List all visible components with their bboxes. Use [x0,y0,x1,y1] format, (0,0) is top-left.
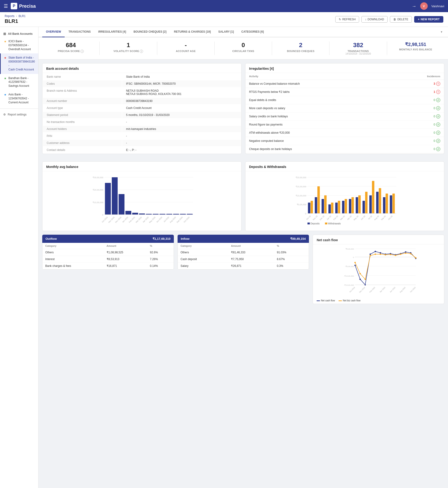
irregularities-title: Irregularities [4] [246,63,444,73]
precisa-score-info[interactable]: i [80,50,84,53]
tab-irregularities[interactable]: IRREGULARITIES [4] [95,27,130,37]
inflow-col-amount: Amount [228,243,274,249]
bank-detail-value: m/s kamayani industries [122,126,240,132]
svg-point-105 [380,252,381,253]
svg-rect-8 [105,183,111,215]
bank-detail-value: State Bank of India [122,73,240,80]
delete-button[interactable]: 🗑 DELETE [390,16,412,23]
svg-text:Aug 2020: Aug 2020 [169,216,176,223]
monthly-avg-panel: Monthly avg balance ₹30,00,000₹20,00,000… [42,161,241,231]
refresh-button[interactable]: ↻ REFRESH [335,16,359,23]
tab-overview[interactable]: OVERVIEW [42,27,65,37]
svg-text:Mar 2020: Mar 2020 [135,216,143,223]
bank-detail-row: Customer address- [43,140,241,146]
star-icon-sbi: ★ [4,56,7,60]
download-icon: ↓ [365,18,366,21]
svg-rect-14 [125,211,131,215]
breadcrumb: Reports › BLR1 [5,15,25,18]
new-report-label: NEW REPORT [421,18,440,21]
svg-point-113 [354,262,356,263]
sidebar-item-axis[interactable]: ★ Axis Bank -123456763542 -Current Accou… [0,90,38,107]
net-cashflow-panel: Net cash flow ₹5,00,0000-₹5,00,000-₹10,0… [313,235,444,304]
svg-rect-52 [324,196,327,214]
outflow-pct: 92.6% [147,249,174,256]
settings-label: Report settings [8,113,27,116]
star-icon-icici: ★ [4,40,7,44]
tab-categories[interactable]: CATEGORIES [6] [238,27,267,37]
sidebar-item-icici[interactable]: ★ ICICI Bank -037905500134 -Overdraft Ac… [0,37,38,53]
inflow-category: Others [178,249,228,256]
svg-text:Oct 20: Oct 20 [388,215,393,220]
bank-detail-label: Bank name [43,73,122,80]
svg-text:₹30,00,000: ₹30,00,000 [93,176,103,179]
bank-detail-row: Bank nameState Bank of India [43,73,241,80]
outflow-category: Interest [42,256,104,263]
hamburger-icon[interactable]: ☰ [4,3,8,9]
svg-text:₹10,00,000: ₹10,00,000 [93,201,103,204]
details-section: Bank account details Bank nameState Bank… [39,59,448,158]
tab-transactions[interactable]: TRANSACTIONS [65,27,94,37]
volatility-label: VOLATILITY SCOREi [103,50,154,53]
tab-returns[interactable]: RETURNS & CHARGES [19] [170,27,215,37]
breadcrumb-reports[interactable]: Reports [5,15,15,18]
sidebar-item-bandhan[interactable]: ★ Bandhan Bank -41225897632 -Savings Acc… [0,74,38,90]
charts-section: Monthly avg balance ₹30,00,000₹20,00,000… [39,158,448,235]
inflow-row: Salary₹26,8710.3% [178,263,309,269]
refresh-icon: ↻ [339,18,341,21]
sidebar-item-sbi[interactable]: ★ State Bank of India -00000038739843190… [0,53,38,74]
svg-text:Jul 2020: Jul 2020 [163,216,170,223]
svg-point-118 [380,253,381,255]
irreg-incidence: 0✓ [392,129,444,137]
svg-text:-₹10,00,000: -₹10,00,000 [344,275,354,277]
svg-point-104 [375,251,376,252]
svg-rect-72 [369,196,371,214]
tab-salary[interactable]: SALARY [1] [215,27,238,37]
bank-detail-value: Cash Credit Account [122,105,240,111]
title-section: Reports › BLR1 BLR1 [5,15,25,24]
svg-point-122 [400,253,401,255]
svg-text:Jun 20: Jun 20 [360,215,366,221]
monthly-avg-label: MONTHLY AVG BALANCE [390,48,441,51]
sidebar-all-accounts: ⊞ All Bank Accounts [0,30,38,37]
inflow-pct: 8.67% [274,256,309,263]
svg-rect-57 [335,203,337,214]
sidebar-settings[interactable]: ⚙ Report settings [0,110,38,118]
svg-text:₹5,00,000: ₹5,00,000 [296,203,306,206]
svg-rect-64 [352,197,354,213]
outflow-body: Category Amount % Others₹1,08,98,52592.6… [42,243,174,270]
svg-point-103 [370,253,371,255]
bank-detail-value: 5 months, 01/10/2019 - 31/03/2020 [122,112,240,118]
topnav: ☰ P Precisa → V Vaishnavi [0,0,448,12]
avatar[interactable]: V [420,2,428,10]
svg-text:Aug 2020: Aug 2020 [399,286,406,293]
tabs-more-icon[interactable]: ▾ [439,27,444,37]
svg-text:Jan 20: Jan 20 [326,215,332,221]
irreg-row: Equal debits & credits 0✓ [246,96,444,104]
main-content: OVERVIEW TRANSACTIONS IRREGULARITIES [4]… [39,27,448,488]
svg-point-115 [364,278,366,280]
svg-rect-73 [372,181,374,214]
inflow-amount: ₹7,75,950 [228,256,274,263]
download-button[interactable]: ↓ DOWNLOAD [361,16,388,23]
tab-bounced-cheques[interactable]: BOUNCED CHEQUES [2] [130,27,170,37]
logout-icon[interactable]: → [412,3,416,9]
stats-row: 684 PRECISA SCOREi 1 VOLATILITY SCOREi -… [39,37,448,59]
volatility-info[interactable]: i [140,50,143,53]
inflow-header: Inflow ₹89,49,154 [177,235,309,243]
bank-detail-label: Codes [43,80,122,87]
app-logo: P Precisa [11,3,36,9]
new-report-button[interactable]: + NEW REPORT [414,16,443,23]
svg-rect-81 [390,196,392,214]
irreg-row: More cash deposits vs salary 0✓ [246,104,444,112]
bank-detail-row: Statement period5 months, 01/10/2019 - 3… [43,112,241,118]
irreg-activity: ATM withdrawals above ₹20,000 [246,129,392,137]
topnav-right: → V Vaishnavi [412,2,444,10]
irreg-row: Salary credits on bank holidays 0✓ [246,112,444,121]
svg-text:May 2020: May 2020 [149,216,156,224]
inflow-amount: ₹81,46,333 [228,249,274,256]
svg-text:Sep 2020: Sep 2020 [176,216,184,223]
svg-text:-₹5,00,000: -₹5,00,000 [345,266,354,268]
svg-text:Apr 20: Apr 20 [347,215,352,220]
net-cashflow-title: Net cash flow [313,235,444,244]
outflow-col-category: Category [42,243,104,249]
